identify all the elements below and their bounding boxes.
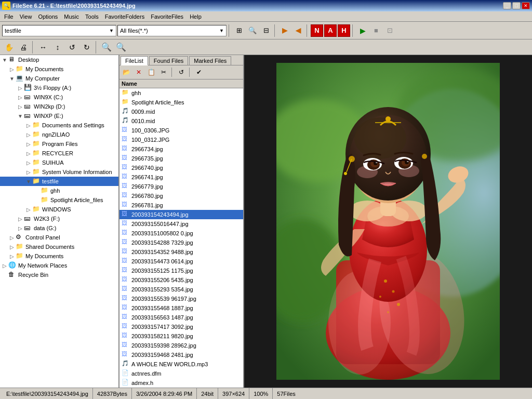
expander-sysvolinfo[interactable]: ▷: [25, 168, 32, 176]
menu-music[interactable]: Music: [61, 12, 82, 21]
menu-help[interactable]: Help: [187, 12, 205, 21]
expander-mydocs2[interactable]: ▷: [8, 252, 16, 260]
expander-testfile[interactable]: ▼: [25, 178, 32, 185]
expander-floppy[interactable]: ▷: [17, 84, 24, 91]
open-file-button[interactable]: 📂: [121, 66, 132, 78]
list-item[interactable]: 🖼 2966780.jpg: [119, 191, 243, 201]
list-item-selected[interactable]: 🖼 200393154243494.jpg: [119, 210, 243, 219]
expander-ngnziliao[interactable]: ▷: [25, 131, 32, 138]
expander-datag[interactable]: ▷: [17, 224, 24, 232]
zoom-in-button[interactable]: 🔍: [100, 41, 113, 54]
expander-shareddocs[interactable]: ▷: [8, 243, 16, 250]
menu-options[interactable]: Options: [35, 12, 61, 21]
hand-tool-button[interactable]: ✋: [2, 41, 16, 54]
minimize-button[interactable]: _: [503, 2, 511, 9]
tab-filelist[interactable]: FileList: [121, 56, 148, 65]
list-item[interactable]: 🖼 200393154288 7329.jpg: [119, 238, 243, 247]
cut-file-button[interactable]: ✂: [158, 66, 169, 78]
expander-ghh[interactable]: [33, 187, 41, 194]
slideshow-button[interactable]: ⊡: [383, 24, 396, 37]
list-item[interactable]: 🖼 2966741.jpg: [119, 172, 243, 182]
tree-item-w2k3[interactable]: ▷ 🖴 W2K3 (F:): [0, 214, 118, 223]
tree-item-recycler[interactable]: ▷ 📁 RECYCLER: [0, 149, 118, 158]
btn-n[interactable]: N: [311, 24, 323, 37]
expander-docssettings[interactable]: ▷: [25, 122, 32, 129]
search-button[interactable]: 🔍: [246, 24, 259, 37]
list-item[interactable]: 🖼 200393158211 9820.jpg: [119, 331, 243, 341]
tree-item-windows[interactable]: ▷ 📁 WINDOWS: [0, 205, 118, 214]
expander-mycomputer[interactable]: ▼: [8, 75, 16, 82]
menu-favoritefolders[interactable]: FavoriteFolders: [102, 12, 148, 21]
btn-a[interactable]: A: [324, 24, 337, 37]
expander-w2k3[interactable]: ▷: [17, 215, 24, 222]
tree-item-mycomputer[interactable]: ▼ 💻 My Computer: [0, 74, 118, 83]
tree-item-programfiles[interactable]: ▷ 📁 Program Files: [0, 139, 118, 149]
list-item[interactable]: 🖼 200393154473 0614.jpg: [119, 257, 243, 266]
list-item[interactable]: 🖼 200393154352 9488.jpg: [119, 247, 243, 257]
close-button[interactable]: ✕: [522, 2, 530, 9]
copy-file-button[interactable]: 📋: [145, 66, 157, 78]
nav-back-button[interactable]: ◀: [292, 24, 304, 37]
expander-mydocs[interactable]: ▷: [8, 65, 16, 73]
delete-file-button[interactable]: ✕: [133, 66, 144, 78]
list-item[interactable]: 🖼 200393155206 5435.jpg: [119, 275, 243, 285]
list-item[interactable]: 🎵 0009.mid: [119, 107, 243, 116]
tree-item-winxp[interactable]: ▼ 🖴 WINXP (E:): [0, 111, 118, 121]
play-button[interactable]: ▶: [356, 24, 369, 37]
tab-foundfiles[interactable]: Found Files: [149, 56, 188, 65]
nav-forward-button[interactable]: ▶: [278, 24, 291, 37]
expander-spotlight[interactable]: [33, 196, 41, 204]
list-item[interactable]: 📁 Spotlight Article_files: [119, 98, 243, 107]
expander-winxp[interactable]: ▼: [17, 112, 24, 119]
btn-h[interactable]: H: [338, 24, 350, 37]
menu-tools[interactable]: Tools: [82, 12, 102, 21]
flip-v-button[interactable]: ↕: [51, 41, 64, 54]
flip-h-button[interactable]: ↔: [36, 41, 50, 54]
expander-mynetwork[interactable]: ▷: [1, 262, 8, 269]
tree-item-win9x[interactable]: ▷ 🖴 WIN9X (C:): [0, 92, 118, 102]
zoom-out-button[interactable]: 🔍: [114, 41, 128, 54]
folder-tree[interactable]: ▼ 🖥 Desktop ▷ 📁 My Documents ▼ 💻 My Comp…: [0, 55, 119, 388]
list-item[interactable]: 🖼 2966734.jpg: [119, 144, 243, 154]
list-item[interactable]: 🖼 200393159398 28962.jpg: [119, 341, 243, 350]
rotate-left-button[interactable]: ↺: [65, 41, 79, 54]
list-item[interactable]: 🖼 200393155016447.jpg: [119, 219, 243, 229]
expander-recycler[interactable]: ▷: [25, 150, 32, 157]
expander-recyclebin[interactable]: [1, 271, 8, 278]
filter-combo[interactable]: All files(*.*) ▼: [117, 25, 227, 36]
tree-item-datag[interactable]: ▷ 🖴 data (G:): [0, 223, 118, 233]
list-item[interactable]: 📁 ghh: [119, 88, 243, 98]
tree-item-ghh[interactable]: 📁 ghh: [0, 186, 118, 195]
list-item[interactable]: 🖼 100_0312.JPG: [119, 135, 243, 144]
refresh-button[interactable]: ↺: [176, 66, 187, 78]
list-item[interactable]: 🖼 200393155539 96197.jpg: [119, 294, 243, 303]
rotate-right-button[interactable]: ↻: [80, 41, 94, 54]
tree-item-ngnziliao[interactable]: ▷ 📁 ngnZILIAO: [0, 130, 118, 139]
list-item[interactable]: 🎵 A WHOLE NEW WORLD.mp3: [119, 360, 243, 369]
list-item[interactable]: 🖼 200393155293 5354.jpg: [119, 285, 243, 294]
expander-win2kp[interactable]: ▷: [17, 103, 24, 110]
expander-programfiles[interactable]: ▷: [25, 140, 32, 148]
expander-windows[interactable]: ▷: [25, 206, 32, 213]
tree-item-mydocs2[interactable]: ▷ 📁 My Documents: [0, 251, 118, 261]
list-item[interactable]: 🖼 200393155125 1175.jpg: [119, 266, 243, 275]
tree-item-win2kp[interactable]: ▷ 🖴 WIN2kp (D:): [0, 102, 118, 111]
list-item[interactable]: 🖼 200393159468 2481.jpg: [119, 350, 243, 360]
tree-item-spotlight[interactable]: 📁 Spotlight Article_files: [0, 195, 118, 205]
expander-suihua[interactable]: ▷: [25, 159, 32, 166]
list-item[interactable]: 🖼 100_0306.JPG: [119, 126, 243, 135]
list-item[interactable]: 🖼 200393155468 1887.jpg: [119, 303, 243, 313]
tree-item-suihua[interactable]: ▷ 📁 SUIHUA: [0, 158, 118, 167]
list-item[interactable]: 📄 actnres.dfm: [119, 369, 243, 378]
list-item[interactable]: 🖼 200393156563 1487.jpg: [119, 313, 243, 322]
tree-item-sysvolinfo[interactable]: ▷ 📁 System Volume Information: [0, 167, 118, 177]
menu-view[interactable]: View: [17, 12, 35, 21]
stop-button[interactable]: ■: [370, 24, 382, 37]
tab-markedfiles[interactable]: Marked Files: [189, 56, 231, 65]
list-item[interactable]: 🖼 2966735.jpg: [119, 154, 243, 163]
menu-file[interactable]: File: [1, 12, 17, 21]
tree-item-desktop[interactable]: ▼ 🖥 Desktop: [0, 55, 118, 64]
tree-item-docssettings[interactable]: ▷ 📁 Documents and Settings: [0, 121, 118, 130]
tree-item-testfile[interactable]: ▼ 📁 testfile: [0, 177, 118, 186]
list-item[interactable]: 🖼 2966740.jpg: [119, 163, 243, 172]
